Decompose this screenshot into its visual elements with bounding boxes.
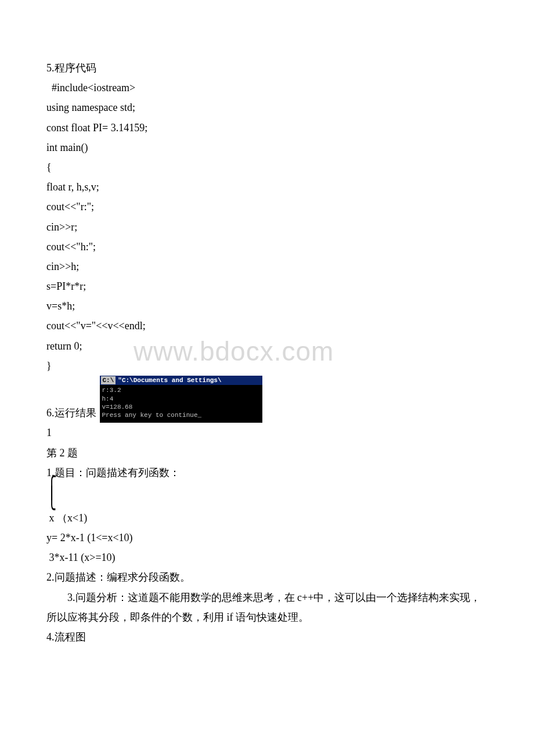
code-line: cin>>r; (46, 217, 488, 237)
section6-after: 1 (46, 423, 488, 442)
piecewise-line: y= 2*x-1 (1<=x<10) (46, 528, 488, 548)
q2-item2: 2.问题描述：编程求分段函数。 (46, 567, 488, 587)
piecewise-line: 3*x-11 (x>=10) (46, 548, 488, 567)
code-line: cout<<"h:"; (46, 237, 488, 257)
terminal-line: h:4 (102, 395, 260, 403)
code-line: using namespace std; (46, 98, 488, 117)
q2-item1: 1.题目：问题描述有列函数： (46, 463, 488, 483)
terminal-line: r:3.2 (102, 386, 260, 394)
code-line: cin>>h; (46, 257, 488, 276)
section6-label: 6.运行结果 (46, 403, 96, 423)
piecewise-line: x （x<1) (46, 508, 488, 528)
brace-icon: ⎧⎩ (46, 483, 488, 508)
code-line: } (46, 356, 488, 376)
code-line: const float PI= 3.14159; (46, 118, 488, 138)
q2-item4: 4.流程图 (46, 627, 488, 647)
code-line: #include<iostream> (46, 78, 488, 98)
terminal-window: C:\ "C:\Documents and Settings\ r:3.2 h:… (100, 376, 262, 423)
code-line: cout<<"v="<<v<<endl; (46, 316, 488, 336)
terminal-body: r:3.2 h:4 v=128.68 Press any key to cont… (100, 385, 262, 423)
terminal-titlebar: C:\ "C:\Documents and Settings\ (100, 376, 262, 385)
code-line: { (46, 157, 488, 177)
question2-heading: 第 2 题 (46, 443, 488, 463)
terminal-line: v=128.68 (102, 403, 260, 411)
section5-heading: 5.程序代码 (46, 58, 488, 78)
terminal-line: Press any key to continue_ (102, 411, 260, 419)
code-line: v=s*h; (46, 296, 488, 316)
code-line: int main() (46, 138, 488, 157)
terminal-title-icon: C:\ (101, 376, 116, 384)
code-line: cout<<"r:"; (46, 197, 488, 217)
code-line: return 0; (46, 336, 488, 356)
q2-item3: 3.问题分析：这道题不能用数学的思维来思考，在 c++中，这可以由一个选择结构来… (46, 588, 488, 627)
terminal-title-text: "C:\Documents and Settings\ (118, 376, 221, 384)
code-line: float r, h,s,v; (46, 177, 488, 197)
code-line: s=PI*r*r; (46, 276, 488, 296)
